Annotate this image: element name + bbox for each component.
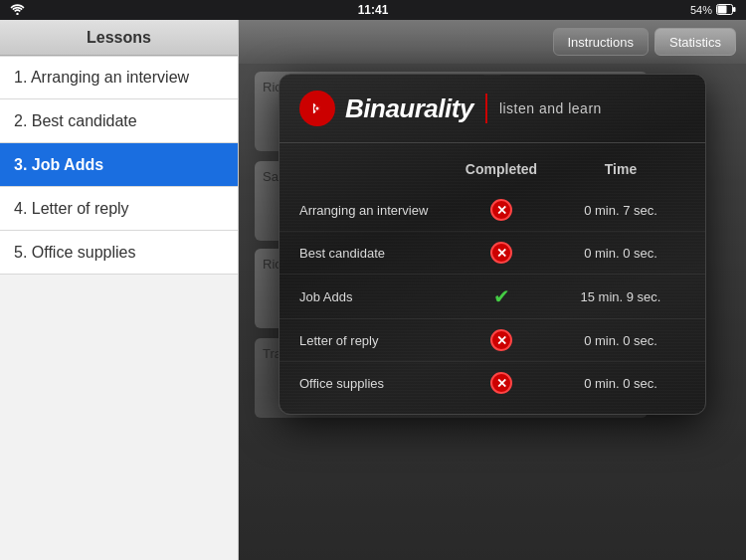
content-area: Richard Sarah Richard Translati... Instr…	[239, 20, 746, 560]
sidebar-item-label-5: 5. Office supplies	[14, 244, 135, 262]
sidebar-header: Lessons	[0, 20, 238, 56]
sidebar-item-label-1: 1. Arranging an interview	[14, 69, 189, 87]
row-time-4: 0 min. 0 sec.	[556, 376, 685, 391]
table-row-4: Office supplies✕0 min. 0 sec.	[280, 362, 705, 404]
row-status-3: ✕	[447, 329, 556, 351]
battery-percent: 54%	[690, 4, 712, 16]
sidebar-item-label-4: 4. Letter of reply	[14, 200, 129, 218]
col-time: Time	[556, 161, 685, 177]
row-time-1: 0 min. 0 sec.	[556, 246, 685, 261]
svg-point-0	[16, 13, 18, 15]
sidebar-title: Lessons	[87, 29, 151, 47]
checkmark-icon: ✔	[493, 284, 510, 308]
status-right: 54%	[690, 4, 736, 17]
svg-point-6	[316, 107, 319, 110]
row-label-2: Job Adds	[299, 289, 447, 304]
status-bar: 11:41 54%	[0, 0, 746, 20]
row-time-3: 0 min. 0 sec.	[556, 333, 685, 348]
row-time-0: 0 min. 7 sec.	[556, 203, 685, 218]
modal-header: Binaurality listen and learn	[280, 75, 705, 143]
row-status-1: ✕	[447, 242, 556, 264]
x-icon: ✕	[490, 329, 512, 351]
table-header-row: Completed Time	[280, 153, 705, 185]
table-row-3: Letter of reply✕0 min. 0 sec.	[280, 319, 705, 362]
table-row-1: Best candidate✕0 min. 0 sec.	[280, 232, 705, 275]
main-container: Lessons 1. Arranging an interview2. Best…	[0, 20, 746, 560]
sidebar-item-3[interactable]: 3. Job Adds	[0, 143, 238, 187]
sidebar-item-1[interactable]: 1. Arranging an interview	[0, 56, 238, 99]
sidebar-item-5[interactable]: 5. Office supplies	[0, 231, 238, 275]
modal-brand-divider	[485, 93, 487, 123]
x-icon: ✕	[490, 372, 512, 394]
modal-table: Completed Time Arranging an interview✕0 …	[280, 143, 705, 414]
status-time: 11:41	[358, 3, 389, 17]
table-row-2: Job Adds✔15 min. 9 sec.	[280, 275, 705, 319]
sidebar-item-2[interactable]: 2. Best candidate	[0, 99, 238, 143]
svg-rect-2	[733, 7, 736, 12]
sidebar: Lessons 1. Arranging an interview2. Best…	[0, 20, 239, 560]
statistics-modal: Binaurality listen and learn Completed T…	[279, 74, 706, 415]
svg-rect-3	[718, 5, 727, 13]
modal-overlay: Binaurality listen and learn Completed T…	[239, 64, 746, 560]
row-status-4: ✕	[447, 372, 556, 394]
modal-rows-container: Arranging an interview✕0 min. 7 sec.Best…	[280, 189, 705, 404]
row-time-2: 15 min. 9 sec.	[556, 289, 685, 304]
modal-tagline: listen and learn	[499, 100, 602, 116]
row-status-0: ✕	[447, 199, 556, 221]
x-icon: ✕	[490, 199, 512, 221]
battery-icon	[716, 4, 736, 17]
sidebar-item-4[interactable]: 4. Letter of reply	[0, 187, 238, 231]
instructions-button[interactable]: Instructions	[553, 28, 649, 56]
statistics-button[interactable]: Statistics	[654, 28, 736, 56]
table-row-0: Arranging an interview✕0 min. 7 sec.	[280, 189, 705, 232]
row-label-4: Office supplies	[299, 376, 447, 391]
row-label-3: Letter of reply	[299, 333, 447, 348]
col-completed: Completed	[447, 161, 556, 177]
top-bar: Instructions Statistics	[239, 20, 746, 64]
wifi-icon	[10, 1, 25, 19]
binaurality-logo-icon	[299, 91, 335, 126]
row-label-0: Arranging an interview	[299, 203, 447, 218]
row-status-2: ✔	[447, 284, 556, 308]
modal-brand: Binaurality	[345, 93, 473, 124]
x-icon: ✕	[490, 242, 512, 264]
sidebar-list: 1. Arranging an interview2. Best candida…	[0, 56, 238, 560]
sidebar-item-label-3: 3. Job Adds	[14, 156, 103, 174]
sidebar-item-label-2: 2. Best candidate	[14, 112, 137, 130]
row-label-1: Best candidate	[299, 246, 447, 261]
